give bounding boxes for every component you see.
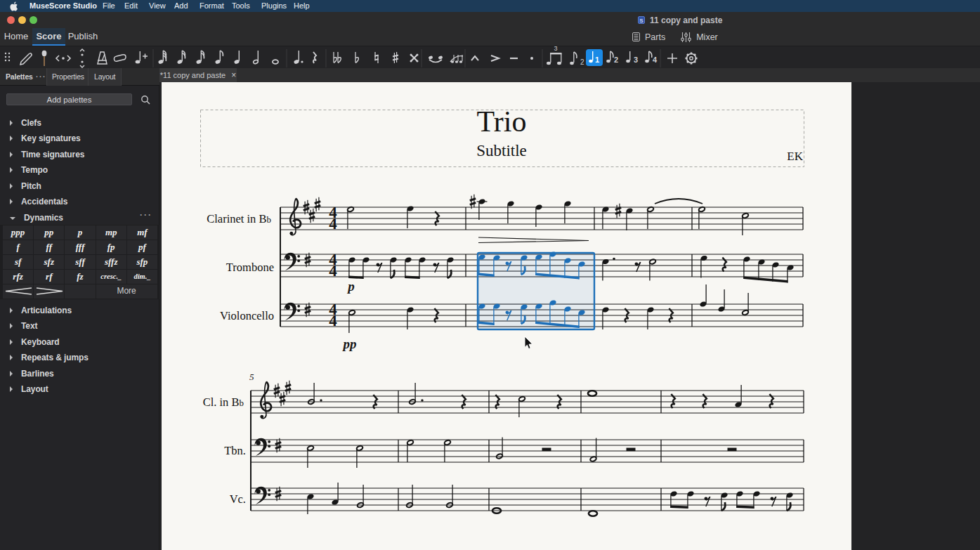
svg-text:4: 4 (329, 262, 337, 280)
svg-text:EK: EK (787, 150, 803, 163)
svg-text:4: 4 (653, 55, 658, 64)
svg-text:1: 1 (595, 55, 599, 64)
svg-text:Violoncello: Violoncello (220, 309, 274, 322)
svg-text:4: 4 (329, 215, 337, 233)
svg-text:Tbn.: Tbn. (224, 444, 246, 457)
svg-text:Cl. in Bb: Cl. in Bb (203, 395, 244, 409)
svg-text:Clarinet in Bb: Clarinet in Bb (207, 212, 271, 225)
svg-text:3: 3 (634, 55, 638, 64)
svg-text:4: 4 (329, 312, 337, 329)
svg-text:Subtitle: Subtitle (476, 142, 527, 159)
svg-text:2: 2 (614, 55, 618, 64)
svg-text:3: 3 (554, 46, 557, 52)
svg-text:Trio: Trio (477, 105, 527, 138)
svg-text:pp: pp (342, 336, 357, 351)
svg-text:p: p (346, 279, 355, 294)
svg-text:Vc.: Vc. (230, 492, 246, 506)
svg-text:5: 5 (249, 372, 254, 382)
svg-text:Trombone: Trombone (226, 261, 274, 274)
svg-text:2: 2 (580, 58, 584, 66)
